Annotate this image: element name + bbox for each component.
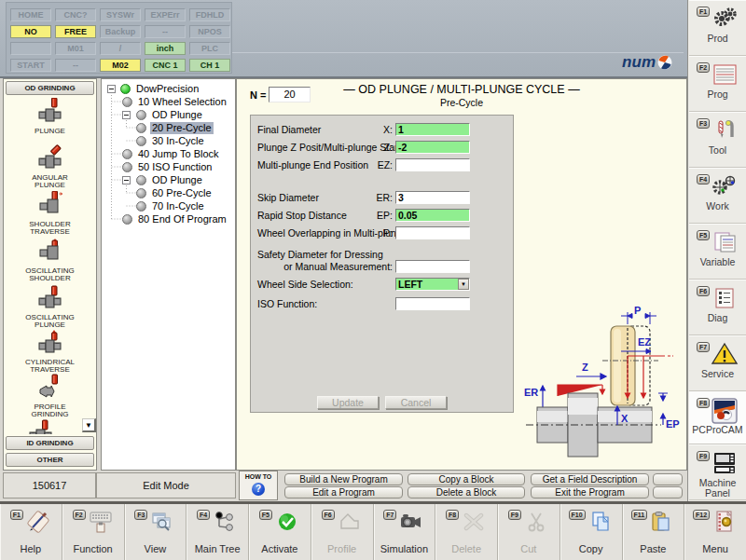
other-button[interactable]: OTHER <box>6 453 94 467</box>
toolbar-button-main-tree[interactable]: F4Main Tree <box>186 504 249 560</box>
toolbar-button-help[interactable]: F1Help <box>0 504 62 560</box>
sidebar-button-prod[interactable]: F1Prod <box>689 0 746 56</box>
tree-node-70-in-cycle[interactable]: 70 In-Cycle <box>136 199 206 212</box>
sidebar-button-pcprocam[interactable]: F8PCProCAM <box>689 391 746 444</box>
tree-node-label[interactable]: 70 In-Cycle <box>150 200 206 212</box>
sidebar-button-label: Prod <box>689 34 746 44</box>
action-button-get-a-field-description[interactable]: Get a Field Description <box>531 473 649 485</box>
cycle-item-shoulder-traverse[interactable]: SHOULDER TRAVERSE <box>4 191 96 236</box>
sidebar-button-label: Variable <box>689 257 746 267</box>
tree-node-40-jump-to-block[interactable]: 40 Jump To Block <box>122 147 221 160</box>
field-input[interactable]: -2 <box>395 141 470 154</box>
tree-node-label[interactable]: 50 ISO Function <box>136 161 214 173</box>
copy-icon <box>587 510 614 538</box>
help-question-icon[interactable]: ? <box>252 483 265 496</box>
cycle-subtitle: Pre-Cycle <box>237 97 686 108</box>
sidebar-button-variable[interactable]: F5Variable <box>689 224 746 280</box>
field-input[interactable] <box>395 226 470 239</box>
sidebar-button-service[interactable]: F7Service <box>689 335 746 391</box>
status-cell-empty <box>10 42 51 55</box>
sidebar-button-machine-panel[interactable]: F9Machine Panel <box>689 444 746 500</box>
id-grinding-button[interactable]: ID GRINDING <box>6 436 94 450</box>
fkey-badge: F12 <box>693 510 710 520</box>
top-status-bar: HOMECNC?SYSWrEXPErrFDHLDNOFREEBackup--NP… <box>0 0 687 78</box>
status-cell-ch-1: CH 1 <box>189 59 230 72</box>
tree-node-icon <box>136 110 146 120</box>
action-button-delete-a-block[interactable]: Delete a Block <box>408 486 525 499</box>
tree-node-label[interactable]: 40 Jump To Block <box>136 148 221 160</box>
tree-node-label[interactable]: 20 Pre-Cycle <box>150 122 214 134</box>
field-label-line1: Safety Diameter for Dressing <box>257 249 383 260</box>
field-axis-prefix: X: <box>251 124 393 135</box>
sidebar-button-prog[interactable]: F2Prog <box>689 56 746 112</box>
update-button[interactable]: Update <box>317 396 379 409</box>
del-icon <box>461 510 487 538</box>
cycle-item-plunge[interactable]: PLUNGE <box>4 98 96 135</box>
cycle-item-profile-grinding[interactable]: PROFILE GRINDING <box>4 374 96 418</box>
tree-expander-collapse[interactable] <box>122 176 131 184</box>
toolbar-button-view[interactable]: F3View <box>125 504 187 560</box>
cycle-item-angular-plunge[interactable]: ANGULAR PLUNGE <box>4 144 96 189</box>
tree-node-od-plunge[interactable]: OD Plunge <box>136 173 204 186</box>
cycle-item-oscillating-shoulder[interactable]: OSCILLATING SHOULDER <box>4 238 96 282</box>
fkey-badge: F10 <box>569 510 586 520</box>
action-button-exit-the-program[interactable]: Exit the Program <box>531 486 649 499</box>
action-button-build-a-new-program[interactable]: Build a New Program <box>284 473 403 485</box>
field-input[interactable]: 3 <box>395 191 470 204</box>
dropdown-arrow-button[interactable]: ▼ <box>458 279 469 290</box>
tree-expander-collapse[interactable] <box>107 85 116 93</box>
tree-node-10-wheel-selection[interactable]: 10 Wheel Selection <box>122 95 228 108</box>
tree-node-label[interactable]: OD Plunge <box>150 174 204 186</box>
sidebar-button-label: Prog <box>689 89 746 100</box>
cycle-diagram: P EZ Z ER X <box>517 303 684 466</box>
fkey-badge: F7 <box>383 510 396 520</box>
edit-mode-cell: Edit Mode <box>96 472 236 499</box>
tree-node-20-pre-cycle[interactable]: 20 Pre-Cycle <box>136 121 214 134</box>
tree-node-label[interactable]: 10 Wheel Selection <box>136 96 228 108</box>
how-to-box[interactable]: HOW TO ? <box>239 471 278 500</box>
od-grinding-header-button[interactable]: OD GRINDING <box>6 81 94 95</box>
tree-node-label[interactable]: 30 In-Cycle <box>150 135 206 147</box>
toolbar-button-activate[interactable]: F5Activate <box>249 504 311 560</box>
scroll-down-button[interactable]: ▼ <box>82 418 96 432</box>
field-input[interactable] <box>395 260 470 273</box>
tree-node-80-end-of-program[interactable]: 80 End Of Program <box>122 212 228 225</box>
tree-node-od-plunge[interactable]: OD Plunge <box>136 108 204 121</box>
tree-expander-collapse[interactable] <box>122 111 131 119</box>
action-button-edit-a-program[interactable]: Edit a Program <box>284 486 403 499</box>
sidebar-button-diag[interactable]: F6Diag <box>689 280 746 335</box>
toolbar-button-menu[interactable]: F12Menu <box>684 504 746 560</box>
toolbar-button-copy[interactable]: F10Copy <box>560 504 623 560</box>
tree-node-label[interactable]: 60 Pre-Cycle <box>150 187 214 199</box>
tree-node-30-in-cycle[interactable]: 30 In-Cycle <box>136 134 206 147</box>
toolbar-button-function[interactable]: F2Function <box>62 504 125 560</box>
status-cell-inch: inch <box>145 42 186 55</box>
application-window: HOMECNC?SYSWrEXPErrFDHLDNOFREEBackup--NP… <box>0 0 746 560</box>
field-input[interactable]: 0.05 <box>395 209 470 222</box>
tree-node-60-pre-cycle[interactable]: 60 Pre-Cycle <box>136 186 214 199</box>
variable-icon <box>711 230 739 258</box>
toolbar-button-label: Help <box>0 543 62 554</box>
toolbar-button-paste[interactable]: F11Paste <box>623 504 685 560</box>
tree-node-label[interactable]: 80 End Of Program <box>136 213 228 225</box>
field-input[interactable] <box>395 297 470 310</box>
action-button-copy-a-block[interactable]: Copy a Block <box>408 473 525 485</box>
form-row-plunge-z-posit-multi-plunge-st: Plunge Z Posit/Multi-plunge Start ZZ:-2 <box>251 141 513 154</box>
svg-text:P: P <box>634 305 641 316</box>
field-input[interactable]: 1 <box>395 123 470 136</box>
sidebar-button-work[interactable]: F4Work <box>689 168 746 224</box>
tree-node-dowprecision[interactable]: DowPrecision <box>120 82 200 95</box>
fkey-badge: F6 <box>322 510 335 520</box>
tree-node-label[interactable]: DowPrecision <box>134 83 200 95</box>
field-input[interactable] <box>395 158 470 171</box>
cycle-item-cylindrical-traverse[interactable]: CYLINDRICAL TRAVERSE <box>4 329 96 374</box>
tree-node-50-iso-function[interactable]: 50 ISO Function <box>122 160 214 173</box>
form-row-wheel-side-selection-: Wheel Side Selection:LEFT▼ <box>251 278 513 291</box>
sidebar-button-tool[interactable]: F3Tool <box>689 112 746 168</box>
toolbar-button-simulation[interactable]: F7Simulation <box>374 504 436 560</box>
tree-node-label[interactable]: OD Plunge <box>150 109 204 121</box>
cancel-button[interactable]: Cancel <box>385 396 447 409</box>
tree-node-icon <box>136 188 146 198</box>
cycle-item-oscillating-plunge[interactable]: OSCILLATING PLUNGE <box>4 284 96 329</box>
fkey-badge: F3 <box>697 118 710 129</box>
